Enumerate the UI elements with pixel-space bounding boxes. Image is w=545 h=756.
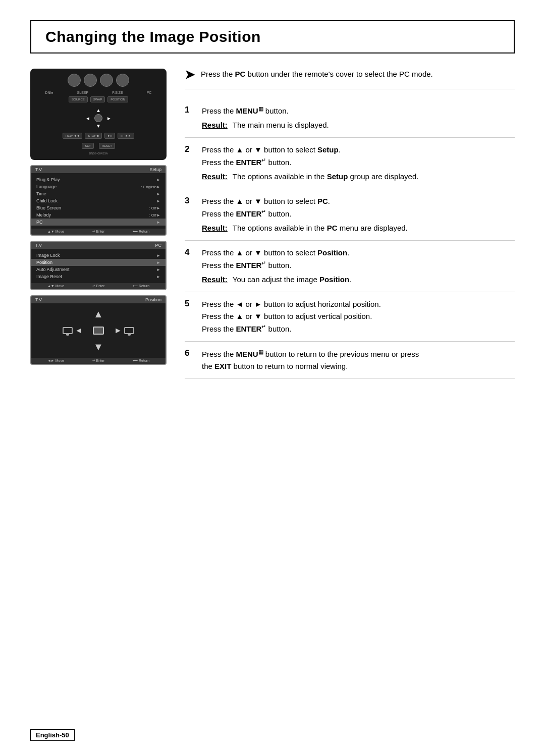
remote-btn-2 <box>84 74 97 87</box>
tv-position-header: T.V Position <box>31 296 166 303</box>
step-3-result: Result: The options available in the PC … <box>202 222 515 234</box>
step-4: 4 Press the ▲ or ▼ button to select Posi… <box>185 241 515 292</box>
step-4-result-text: You can adjust the image Position. <box>233 274 351 286</box>
remote-btn-swap: SWAP <box>90 96 105 102</box>
tv-menu-row: Melody : Off ► <box>31 211 166 219</box>
step-1-result: Result: The main menu is displayed. <box>202 119 515 131</box>
remote-btn-1 <box>68 74 81 87</box>
tv-menu-row-pc: PC ► <box>31 219 166 226</box>
tv-pc-header: T.V PC <box>31 242 166 249</box>
pc-note-text: Press the PC button under the remote's c… <box>201 69 433 80</box>
step-5-line3: Press the ENTER↵ button. <box>202 322 515 335</box>
position-diagram: ▲ ◄ ► <box>63 308 134 353</box>
pc-note: ➤ Press the PC button under the remote's… <box>185 69 515 89</box>
step-3-result-text: The options available in the PC menu are… <box>233 222 408 234</box>
monitor-icon-right <box>124 327 134 334</box>
remote-model: BN59-00453A <box>89 152 108 155</box>
remote-btn-source: SOURCE <box>69 96 88 102</box>
step-2-result: Result: The options available in the Set… <box>202 171 515 183</box>
tv-setup-header-right: Setup <box>149 167 161 172</box>
step-5-number: 5 <box>185 298 195 335</box>
step-5-line2: Press the ▲ or ▼ button to adjust vertic… <box>202 310 515 322</box>
remote-label-pc: PC <box>147 91 152 94</box>
tv-menu-row-imagelock: Image Lock ► <box>31 252 166 259</box>
step-4-content: Press the ▲ or ▼ button to select Positi… <box>202 247 515 286</box>
step-2-enter: Press the ENTER↵ button. <box>202 156 515 169</box>
arrow-mid-row: ◄ ► <box>63 326 134 335</box>
remote-btn-set: SET <box>82 143 94 149</box>
remote-set-reset: SET RESET <box>34 143 162 149</box>
tv-position-screen: T.V Position ▲ ◄ <box>30 295 167 365</box>
step-2: 2 Press the ▲ or ▼ button to select Setu… <box>185 138 515 189</box>
main-layout: DNIe SLEEP P.SIZE PC SOURCE SWAP POSITIO… <box>30 69 515 379</box>
pc-note-arrow: ➤ <box>185 68 195 82</box>
remote-btn-rew: REW ◄◄ <box>63 133 83 139</box>
step-6-content: Press the MENU▦ button to return to the … <box>202 348 515 372</box>
tv-pc-header-left: T.V <box>35 243 42 248</box>
right-monitor: ► <box>114 326 134 335</box>
remote-row-transport: REW ◄◄ STOP ■ ►II FF ►► <box>34 133 162 139</box>
step-3: 3 Press the ▲ or ▼ button to select PC. … <box>185 189 515 241</box>
step-4-result: Result: You can adjust the image Positio… <box>202 274 515 286</box>
remote-label-psize: P.SIZE <box>112 91 123 94</box>
arrow-left-symbol: ◄ <box>75 326 83 335</box>
tv-setup-footer: ▲▼ Move ↵ Enter ⟵ Return <box>31 229 166 235</box>
tv-setup-screen: T.V Setup Plug & Play ► Language : Engli… <box>30 165 167 236</box>
step-3-content: Press the ▲ or ▼ button to select PC. Pr… <box>202 195 515 234</box>
step-2-content: Press the ▲ or ▼ button to select Setup.… <box>202 144 515 183</box>
tv-setup-content: Plug & Play ► Language : English ► Time … <box>31 173 166 229</box>
step-3-number: 3 <box>185 195 195 234</box>
step-4-main: Press the ▲ or ▼ button to select Positi… <box>202 247 515 259</box>
step-5-line1: Press the ◄ or ► button to adjust horizo… <box>202 298 515 310</box>
arrow-down: ▼ <box>93 341 103 353</box>
step-2-number: 2 <box>185 144 195 183</box>
arrow-right-symbol: ► <box>114 326 122 335</box>
remote-label-sleep: SLEEP <box>77 91 89 94</box>
tv-menu-row: Language : English ► <box>31 183 166 190</box>
step-1-main: Press the MENU▦ button. <box>202 104 515 117</box>
step-1-result-text: The main menu is displayed. <box>233 119 329 131</box>
step-4-enter: Press the ENTER↵ button. <box>202 259 515 272</box>
tv-menu-row-imagereset: Image Reset ► <box>31 273 166 280</box>
remote-btn-reset: RESET <box>99 143 115 149</box>
tv-menu-row: Blue Screen : Off ► <box>31 204 166 211</box>
left-col: DNIe SLEEP P.SIZE PC SOURCE SWAP POSITIO… <box>30 69 167 365</box>
remote-label-dnie: DNIe <box>45 91 53 94</box>
step-1: 1 Press the MENU▦ button. Result: The ma… <box>185 98 515 138</box>
left-monitor: ◄ <box>63 326 83 335</box>
step-1-number: 1 <box>185 104 195 131</box>
remote-btn-ff: FF ►► <box>118 133 134 139</box>
remote-label-row-1: DNIe SLEEP P.SIZE PC <box>34 91 162 94</box>
step-6: 6 Press the MENU▦ button to return to th… <box>185 342 515 379</box>
right-col: ➤ Press the PC button under the remote's… <box>185 69 515 379</box>
tv-menu-row-auto: Auto Adjustment ► <box>31 266 166 273</box>
remote-row-2: SOURCE SWAP POSITION <box>34 96 162 102</box>
page-title: Changing the Image Position <box>45 28 261 45</box>
step-2-result-label: Result: <box>202 171 228 183</box>
step-3-main: Press the ▲ or ▼ button to select PC. <box>202 195 515 207</box>
center-box <box>93 327 104 335</box>
step-4-number: 4 <box>185 247 195 286</box>
tv-position-header-right: Position <box>145 297 161 302</box>
remote-btn-4 <box>116 74 129 87</box>
step-6-line1: Press the MENU▦ button to return to the … <box>202 348 515 360</box>
tv-menu-row: Child Lock ► <box>31 197 166 204</box>
tv-position-footer: ◄► Move ↵ Enter ⟵ Return <box>31 358 166 364</box>
title-box: Changing the Image Position <box>30 20 515 53</box>
tv-pc-footer: ▲▼ Move ↵ Enter ⟵ Return <box>31 283 166 289</box>
step-6-line2: the EXIT button to return to normal view… <box>202 360 515 372</box>
tv-position-header-left: T.V <box>35 297 42 302</box>
arrow-up: ▲ <box>93 308 103 320</box>
step-2-main: Press the ▲ or ▼ button to select Setup. <box>202 144 515 156</box>
step-1-content: Press the MENU▦ button. Result: The main… <box>202 104 515 131</box>
tv-pc-content: Image Lock ► Position ► Auto Adjustment … <box>31 249 166 283</box>
tv-setup-header-left: T.V <box>35 167 42 172</box>
remote-btn-stop: STOP ■ <box>85 133 101 139</box>
step-3-enter: Press the ENTER↵ button. <box>202 207 515 220</box>
remote-btn-position: POSITION <box>107 96 128 102</box>
page-wrapper: Changing the Image Position DNIe SLEEP P… <box>0 0 545 756</box>
tv-position-content: ▲ ◄ ► <box>31 303 166 358</box>
remote-top-buttons <box>68 74 129 87</box>
tv-menu-row-position: Position ► <box>31 259 166 266</box>
tv-menu-row: Plug & Play ► <box>31 176 166 183</box>
